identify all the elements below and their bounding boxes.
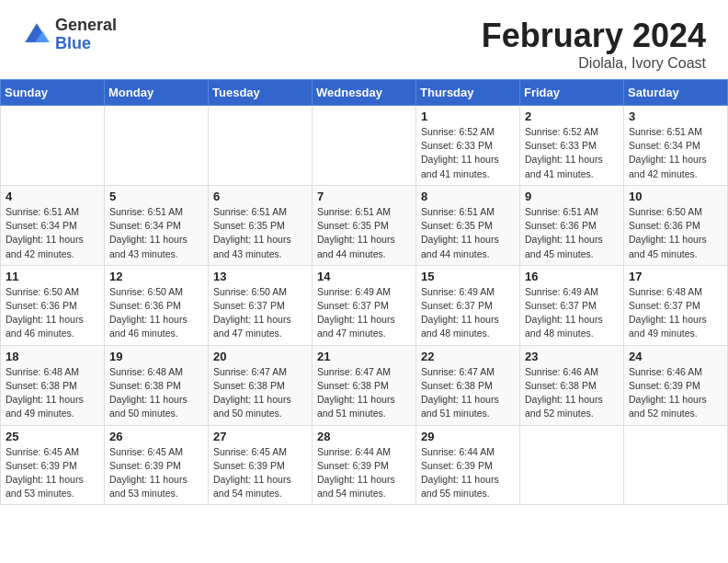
day-number: 24 [629, 350, 722, 363]
calendar-cell: 24Sunrise: 6:46 AM Sunset: 6:39 PM Dayli… [624, 345, 728, 425]
day-number: 3 [629, 109, 722, 123]
week-row-2: 4Sunrise: 6:51 AM Sunset: 6:34 PM Daylig… [1, 185, 728, 265]
day-number: 2 [525, 109, 619, 123]
day-info: Sunrise: 6:50 AM Sunset: 6:36 PM Dayligh… [109, 285, 203, 341]
day-number: 4 [6, 190, 99, 203]
day-info: Sunrise: 6:45 AM Sunset: 6:39 PM Dayligh… [109, 445, 203, 501]
day-info: Sunrise: 6:44 AM Sunset: 6:39 PM Dayligh… [317, 445, 411, 501]
week-row-3: 11Sunrise: 6:50 AM Sunset: 6:36 PM Dayli… [1, 265, 728, 345]
calendar-cell [1, 106, 105, 186]
day-number: 13 [213, 270, 307, 283]
day-info: Sunrise: 6:51 AM Sunset: 6:35 PM Dayligh… [317, 205, 411, 261]
calendar-cell: 22Sunrise: 6:47 AM Sunset: 6:38 PM Dayli… [416, 345, 520, 425]
day-number: 12 [109, 270, 203, 283]
logo-icon [22, 20, 51, 50]
calendar-cell [624, 425, 728, 505]
calendar-table: SundayMondayTuesdayWednesdayThursdayFrid… [0, 79, 728, 505]
week-row-4: 18Sunrise: 6:48 AM Sunset: 6:38 PM Dayli… [1, 345, 728, 425]
day-info: Sunrise: 6:47 AM Sunset: 6:38 PM Dayligh… [213, 365, 307, 421]
logo: General Blue [22, 17, 117, 53]
calendar-cell: 28Sunrise: 6:44 AM Sunset: 6:39 PM Dayli… [313, 425, 416, 505]
calendar-cell: 14Sunrise: 6:49 AM Sunset: 6:37 PM Dayli… [313, 265, 416, 345]
day-info: Sunrise: 6:51 AM Sunset: 6:35 PM Dayligh… [421, 205, 515, 261]
day-header-monday: Monday [105, 80, 209, 106]
day-info: Sunrise: 6:45 AM Sunset: 6:39 PM Dayligh… [213, 445, 307, 501]
calendar-cell: 23Sunrise: 6:46 AM Sunset: 6:38 PM Dayli… [520, 345, 624, 425]
calendar-location: Diolala, Ivory Coast [482, 55, 706, 72]
calendar-cell: 20Sunrise: 6:47 AM Sunset: 6:38 PM Dayli… [209, 345, 313, 425]
day-info: Sunrise: 6:49 AM Sunset: 6:37 PM Dayligh… [525, 285, 619, 341]
day-info: Sunrise: 6:51 AM Sunset: 6:34 PM Dayligh… [629, 125, 722, 181]
day-header-saturday: Saturday [624, 80, 728, 106]
day-info: Sunrise: 6:51 AM Sunset: 6:34 PM Dayligh… [6, 205, 99, 261]
calendar-cell: 29Sunrise: 6:44 AM Sunset: 6:39 PM Dayli… [416, 425, 520, 505]
calendar-cell: 13Sunrise: 6:50 AM Sunset: 6:37 PM Dayli… [209, 265, 313, 345]
day-info: Sunrise: 6:47 AM Sunset: 6:38 PM Dayligh… [421, 365, 515, 421]
day-number: 26 [109, 430, 203, 443]
calendar-cell: 16Sunrise: 6:49 AM Sunset: 6:37 PM Dayli… [520, 265, 624, 345]
day-info: Sunrise: 6:49 AM Sunset: 6:37 PM Dayligh… [317, 285, 411, 341]
week-row-5: 25Sunrise: 6:45 AM Sunset: 6:39 PM Dayli… [1, 425, 728, 505]
week-row-1: 1Sunrise: 6:52 AM Sunset: 6:33 PM Daylig… [1, 106, 728, 186]
calendar-cell: 10Sunrise: 6:50 AM Sunset: 6:36 PM Dayli… [624, 185, 728, 265]
day-number: 8 [421, 190, 515, 203]
day-number: 14 [317, 270, 411, 283]
day-number: 5 [109, 190, 203, 203]
day-number: 27 [213, 430, 307, 443]
calendar-cell: 25Sunrise: 6:45 AM Sunset: 6:39 PM Dayli… [1, 425, 105, 505]
day-info: Sunrise: 6:47 AM Sunset: 6:38 PM Dayligh… [317, 365, 411, 421]
day-info: Sunrise: 6:44 AM Sunset: 6:39 PM Dayligh… [421, 445, 515, 501]
day-number: 1 [421, 109, 515, 123]
calendar-cell: 8Sunrise: 6:51 AM Sunset: 6:35 PM Daylig… [416, 185, 520, 265]
calendar-cell: 7Sunrise: 6:51 AM Sunset: 6:35 PM Daylig… [313, 185, 416, 265]
day-header-friday: Friday [520, 80, 624, 106]
day-number: 11 [6, 270, 99, 283]
calendar-cell: 4Sunrise: 6:51 AM Sunset: 6:34 PM Daylig… [1, 185, 105, 265]
calendar-cell: 19Sunrise: 6:48 AM Sunset: 6:38 PM Dayli… [105, 345, 209, 425]
day-number: 25 [6, 430, 99, 443]
day-number: 16 [525, 270, 619, 283]
calendar-cell: 5Sunrise: 6:51 AM Sunset: 6:34 PM Daylig… [105, 185, 209, 265]
day-number: 9 [525, 190, 619, 203]
calendar-cell: 3Sunrise: 6:51 AM Sunset: 6:34 PM Daylig… [624, 106, 728, 186]
day-info: Sunrise: 6:50 AM Sunset: 6:36 PM Dayligh… [6, 285, 99, 341]
day-number: 20 [213, 350, 307, 363]
logo-text: General Blue [55, 17, 117, 53]
calendar-cell: 18Sunrise: 6:48 AM Sunset: 6:38 PM Dayli… [1, 345, 105, 425]
day-info: Sunrise: 6:48 AM Sunset: 6:37 PM Dayligh… [629, 285, 722, 341]
day-number: 19 [109, 350, 203, 363]
calendar-cell: 15Sunrise: 6:49 AM Sunset: 6:37 PM Dayli… [416, 265, 520, 345]
day-info: Sunrise: 6:52 AM Sunset: 6:33 PM Dayligh… [525, 125, 619, 181]
calendar-cell: 27Sunrise: 6:45 AM Sunset: 6:39 PM Dayli… [209, 425, 313, 505]
calendar-cell: 21Sunrise: 6:47 AM Sunset: 6:38 PM Dayli… [313, 345, 416, 425]
day-info: Sunrise: 6:46 AM Sunset: 6:39 PM Dayligh… [629, 365, 722, 421]
calendar-cell: 6Sunrise: 6:51 AM Sunset: 6:35 PM Daylig… [209, 185, 313, 265]
calendar-cell [520, 425, 624, 505]
logo-general-text: General [55, 17, 117, 35]
day-info: Sunrise: 6:49 AM Sunset: 6:37 PM Dayligh… [421, 285, 515, 341]
day-headers-row: SundayMondayTuesdayWednesdayThursdayFrid… [1, 80, 728, 106]
day-header-wednesday: Wednesday [313, 80, 416, 106]
calendar-cell [105, 106, 209, 186]
day-info: Sunrise: 6:50 AM Sunset: 6:36 PM Dayligh… [629, 205, 722, 261]
calendar-cell: 11Sunrise: 6:50 AM Sunset: 6:36 PM Dayli… [1, 265, 105, 345]
day-number: 29 [421, 430, 515, 443]
title-block: February 2024 Diolala, Ivory Coast [482, 17, 706, 72]
calendar-cell [313, 106, 416, 186]
day-number: 7 [317, 190, 411, 203]
calendar-title: February 2024 [482, 17, 706, 55]
day-info: Sunrise: 6:45 AM Sunset: 6:39 PM Dayligh… [6, 445, 99, 501]
day-number: 22 [421, 350, 515, 363]
day-info: Sunrise: 6:51 AM Sunset: 6:34 PM Dayligh… [109, 205, 203, 261]
calendar-cell: 2Sunrise: 6:52 AM Sunset: 6:33 PM Daylig… [520, 106, 624, 186]
calendar-cell: 17Sunrise: 6:48 AM Sunset: 6:37 PM Dayli… [624, 265, 728, 345]
day-header-tuesday: Tuesday [209, 80, 313, 106]
day-number: 6 [213, 190, 307, 203]
day-info: Sunrise: 6:48 AM Sunset: 6:38 PM Dayligh… [6, 365, 99, 421]
day-info: Sunrise: 6:50 AM Sunset: 6:37 PM Dayligh… [213, 285, 307, 341]
day-info: Sunrise: 6:46 AM Sunset: 6:38 PM Dayligh… [525, 365, 619, 421]
day-header-thursday: Thursday [416, 80, 520, 106]
page-header: General Blue February 2024 Diolala, Ivor… [0, 0, 728, 79]
day-info: Sunrise: 6:51 AM Sunset: 6:36 PM Dayligh… [525, 205, 619, 261]
calendar-cell: 1Sunrise: 6:52 AM Sunset: 6:33 PM Daylig… [416, 106, 520, 186]
